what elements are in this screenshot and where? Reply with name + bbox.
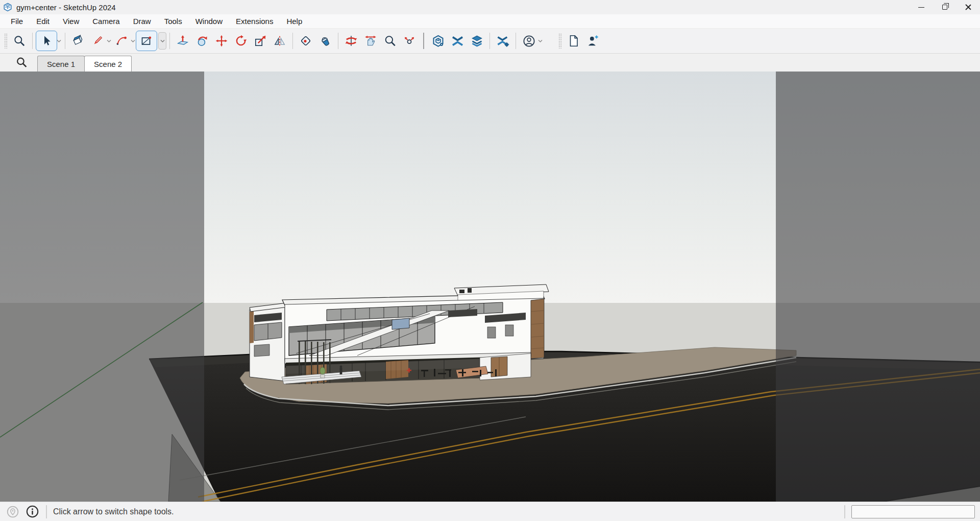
menu-edit[interactable]: Edit bbox=[30, 15, 56, 27]
toolbar-separator bbox=[489, 33, 490, 49]
info-button[interactable] bbox=[24, 504, 40, 519]
chevron-cross-gear-extension-button[interactable] bbox=[493, 31, 512, 51]
avatar-dropdown[interactable] bbox=[537, 31, 543, 51]
geolocation-icon bbox=[6, 505, 19, 518]
new-file-button[interactable] bbox=[564, 31, 583, 51]
statusbar-separator bbox=[844, 505, 845, 518]
status-bar: Click arrow to switch shape tools. bbox=[0, 502, 980, 521]
orbit-icon bbox=[345, 34, 358, 48]
menu-help[interactable]: Help bbox=[280, 15, 309, 27]
follow-me-tool-button[interactable] bbox=[192, 31, 212, 51]
menu-camera[interactable]: Camera bbox=[86, 15, 126, 27]
toolbar-separator bbox=[32, 33, 33, 49]
offset-tool-button[interactable] bbox=[296, 31, 315, 51]
paint-bucket-icon bbox=[318, 34, 332, 48]
toolbar-grip-handle[interactable] bbox=[558, 33, 562, 49]
zoom-extents-icon bbox=[403, 34, 416, 48]
toolbar-separator bbox=[65, 33, 65, 49]
paint-bucket-tool-button[interactable] bbox=[315, 31, 335, 51]
zoom-tool-button[interactable] bbox=[380, 31, 400, 51]
menu-view[interactable]: View bbox=[56, 15, 86, 27]
minimize-button[interactable] bbox=[910, 0, 933, 14]
sketchup-logo-icon bbox=[3, 3, 12, 12]
two-point-arc-icon bbox=[115, 34, 128, 48]
scene-tab-1-label: Scene 1 bbox=[47, 60, 75, 68]
move-icon bbox=[215, 34, 228, 48]
move-tool-button[interactable] bbox=[212, 31, 231, 51]
toolbar-separator bbox=[516, 33, 516, 49]
new-file-icon bbox=[567, 34, 580, 48]
toolbar-separator bbox=[338, 33, 338, 49]
scene-tabs-bar: Scene 1 Scene 2 bbox=[0, 54, 980, 72]
menu-file[interactable]: File bbox=[4, 15, 30, 27]
pan-hand-icon bbox=[364, 34, 377, 48]
close-button[interactable] bbox=[957, 0, 980, 14]
layer-stack-extension-button[interactable] bbox=[467, 31, 486, 51]
scene-search-button[interactable] bbox=[15, 56, 28, 69]
chevron-cross-gear-extension-icon bbox=[496, 34, 510, 48]
flip-icon bbox=[273, 34, 286, 48]
add-collaborator-button[interactable] bbox=[583, 31, 603, 51]
info-icon bbox=[26, 505, 39, 518]
building-model bbox=[250, 285, 549, 384]
toolbar bbox=[0, 29, 980, 54]
follow-me-icon bbox=[195, 34, 209, 48]
shapes-dropdown[interactable] bbox=[158, 32, 166, 50]
search-tool-button[interactable] bbox=[10, 31, 29, 51]
zoom-extents-tool-button[interactable] bbox=[400, 31, 419, 51]
person-figure bbox=[340, 366, 342, 374]
menu-tools[interactable]: Tools bbox=[158, 15, 189, 27]
add-person-icon bbox=[586, 34, 600, 48]
scene-tab-1[interactable]: Scene 1 bbox=[37, 56, 85, 72]
search-icon bbox=[15, 56, 28, 69]
flip-tool-button[interactable] bbox=[270, 31, 289, 51]
title-bar: gym+center - SketchUp 2024 bbox=[0, 0, 980, 14]
line-dropdown[interactable] bbox=[106, 31, 112, 51]
statusbar-separator bbox=[46, 505, 47, 518]
left-mask bbox=[0, 72, 204, 502]
scene-tab-2[interactable]: Scene 2 bbox=[84, 56, 132, 72]
select-tool-button[interactable] bbox=[36, 31, 57, 51]
restore-icon bbox=[942, 5, 947, 10]
search-icon bbox=[13, 34, 26, 48]
select-dropdown[interactable] bbox=[56, 31, 62, 51]
offset-icon bbox=[299, 34, 312, 48]
cube-wrench-extension-icon bbox=[431, 34, 445, 48]
toolbar-grip-handle[interactable] bbox=[4, 33, 8, 49]
window-title: gym+center - SketchUp 2024 bbox=[16, 3, 116, 12]
status-message: Click arrow to switch shape tools. bbox=[53, 507, 174, 516]
restore-button[interactable] bbox=[933, 0, 957, 14]
plant bbox=[320, 367, 325, 378]
wood-panel bbox=[531, 299, 544, 359]
eraser-tool-button[interactable] bbox=[68, 31, 88, 51]
chevron-down-icon bbox=[131, 39, 135, 43]
arc-tool-button[interactable] bbox=[112, 31, 131, 51]
chevron-down-icon bbox=[107, 39, 111, 43]
eraser-icon bbox=[71, 34, 85, 48]
pencil-icon bbox=[91, 34, 104, 48]
menu-extensions[interactable]: Extensions bbox=[229, 15, 280, 27]
cube-wrench-extension-button[interactable] bbox=[428, 31, 448, 51]
shapes-tool-button[interactable] bbox=[136, 31, 157, 51]
toolbar-separator-thick bbox=[423, 33, 424, 49]
layer-stack-extension-icon bbox=[470, 34, 484, 48]
scene-tab-2-label: Scene 2 bbox=[94, 60, 122, 68]
arc-dropdown[interactable] bbox=[130, 31, 136, 51]
orbit-tool-button[interactable] bbox=[341, 31, 361, 51]
right-mask bbox=[776, 72, 980, 502]
chevron-cross-extension-button[interactable] bbox=[448, 31, 467, 51]
rotate-tool-button[interactable] bbox=[231, 31, 251, 51]
menu-draw[interactable]: Draw bbox=[127, 15, 158, 27]
menu-window[interactable]: Window bbox=[189, 15, 229, 27]
pan-tool-button[interactable] bbox=[361, 31, 380, 51]
minimize-icon bbox=[918, 7, 924, 8]
model-canvas[interactable] bbox=[0, 72, 980, 502]
push-pull-tool-button[interactable] bbox=[173, 31, 192, 51]
geolocation-button[interactable] bbox=[5, 504, 20, 519]
sign-in-avatar-button[interactable] bbox=[519, 31, 538, 51]
scale-tool-button[interactable] bbox=[251, 31, 270, 51]
chevron-cross-extension-icon bbox=[451, 34, 464, 48]
measurements-input[interactable] bbox=[851, 505, 975, 518]
viewport-3d[interactable] bbox=[0, 72, 980, 502]
freehand-line-tool-button[interactable] bbox=[88, 31, 107, 51]
